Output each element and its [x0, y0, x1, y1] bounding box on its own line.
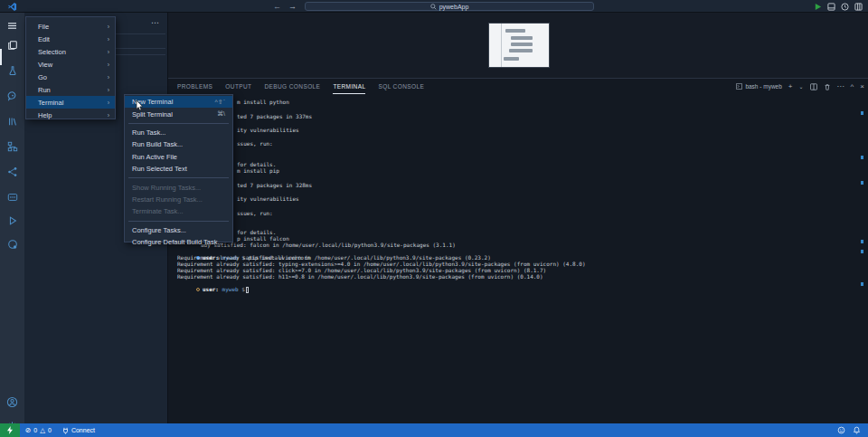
run-play-icon[interactable] [814, 3, 822, 11]
split-terminal-icon[interactable] [810, 83, 817, 90]
terminal-line: p install falcon [237, 235, 289, 242]
submenu-item-configure-default-build-task[interactable]: Configure Default Build Task... [125, 236, 232, 248]
doc-line [505, 29, 525, 33]
command-pending-circle-icon [196, 288, 200, 291]
submenu-item-run-active-file[interactable]: Run Active File [125, 151, 232, 163]
doc-line [511, 43, 533, 46]
warning-icon: △ [40, 427, 45, 434]
terminal-dropdown-icon[interactable]: ⌄ [799, 84, 804, 90]
panel-close-icon[interactable]: × [860, 83, 864, 90]
terminal-line: ted 7 packages in 328ms [237, 182, 312, 188]
library-icon[interactable] [0, 112, 24, 130]
new-terminal-icon[interactable]: + [788, 83, 793, 90]
menu-item-go[interactable]: Go› [26, 71, 115, 83]
status-bar: ⊘ 0 △ 0 Connect [0, 423, 868, 437]
structure-icon[interactable] [0, 138, 24, 156]
terminal-line: ity vulnerabilities [237, 127, 299, 133]
remote-indicator[interactable] [0, 423, 20, 437]
terminal-icon [736, 83, 742, 90]
doc-column-divider [501, 24, 502, 67]
submenu-arrow-icon: › [108, 24, 109, 30]
split-layout-icon[interactable] [854, 3, 863, 11]
overview-ruler-mark [861, 156, 863, 159]
terminal-line: ted 7 packages in 337ms [237, 113, 312, 119]
menu-item-edit[interactable]: Edit› [26, 33, 115, 45]
submenu-arrow-icon: › [108, 112, 109, 119]
feedback-icon[interactable] [837, 426, 845, 434]
menu-separator [128, 123, 229, 124]
overview-ruler-mark [861, 111, 863, 115]
menu-item-help[interactable]: Help› [26, 109, 115, 121]
terminal-line: m install python [237, 99, 289, 105]
terminal-line: Requirement already satisfied: h11>=0.8 … [177, 273, 543, 280]
submenu-item-run-selected-text[interactable]: Run Selected Text [125, 163, 232, 175]
menu-item-run[interactable]: Run› [26, 83, 115, 96]
chat-icon[interactable] [0, 87, 24, 105]
remote-bolt-icon [6, 426, 14, 434]
clock-icon[interactable] [841, 3, 849, 11]
panel-more-icon[interactable]: ⋯ [837, 83, 844, 90]
sidebar-divider [115, 33, 165, 34]
menu-item-selection[interactable]: Selection› [26, 45, 115, 58]
command-center-search[interactable]: pywebApp [305, 2, 594, 11]
sidebar-divider [115, 48, 165, 49]
overview-ruler-mark [861, 250, 863, 253]
more-actions-icon[interactable]: ⋯ [151, 18, 160, 27]
terminal-line: ssues, run: [237, 140, 273, 147]
panel-maximize-icon[interactable]: ^ [851, 83, 854, 90]
nav-forward-icon[interactable]: → [288, 2, 297, 11]
menu-item-file[interactable]: File› [26, 20, 115, 33]
bottom-panel: PROBLEMS OUTPUT DEBUG CONSOLE TERMINAL S… [168, 78, 868, 423]
account-icon[interactable] [0, 393, 24, 411]
terminal-line: ssues, run: [237, 210, 273, 216]
submenu-arrow-icon: › [108, 36, 109, 43]
submenu-item-run-task[interactable]: Run Task... [125, 127, 232, 138]
submenu-item-run-build-task[interactable]: Run Build Task... [125, 138, 232, 150]
submenu-arrow-icon: › [108, 74, 109, 81]
submenu-item-restart-running-task: Restart Running Task... [125, 194, 232, 205]
sync-icon[interactable] [0, 235, 24, 253]
submenu-arrow-icon: › [108, 62, 109, 68]
notifications-bell-icon[interactable] [853, 426, 861, 434]
terminal-line: ity vulnerabilities [237, 195, 299, 202]
search-value: pywebApp [439, 4, 469, 10]
editor-area [168, 13, 868, 78]
testing-flask-icon[interactable] [0, 62, 24, 80]
terminal-submenu: New Terminal^⇧` Split Terminal⌘\ Run Tas… [124, 94, 233, 242]
tab-output[interactable]: OUTPUT [225, 79, 251, 94]
terminal-instance-label[interactable]: bash - myweb [736, 83, 781, 90]
doc-line [504, 57, 519, 61]
menu-item-terminal[interactable]: Terminal› [26, 96, 115, 109]
tab-problems[interactable]: PROBLEMS [177, 79, 212, 94]
run-outline-icon[interactable] [0, 212, 24, 230]
menu-icon[interactable] [0, 16, 24, 34]
menu-item-view[interactable]: View› [26, 58, 115, 71]
submenu-item-show-running-tasks: Show Running Tasks... [125, 181, 232, 193]
api-icon[interactable] [0, 188, 24, 206]
nav-back-icon[interactable]: ← [273, 2, 281, 11]
terminal-output[interactable]: m install python ted 7 packages in 337ms… [168, 94, 868, 424]
graph-share-icon[interactable] [0, 163, 24, 181]
kill-terminal-trash-icon[interactable] [824, 83, 831, 90]
document-preview-image [488, 23, 550, 68]
activity-bar [0, 13, 24, 423]
overview-ruler-mark [861, 181, 863, 185]
shortcut-label: ⌘\ [217, 110, 225, 118]
tab-terminal[interactable]: TERMINAL [333, 79, 365, 94]
error-icon: ⊘ [25, 427, 31, 434]
title-bar: ← → pywebApp [0, 0, 868, 13]
tab-debug-console[interactable]: DEBUG CONSOLE [264, 79, 320, 94]
problems-status[interactable]: ⊘ 0 △ 0 [20, 423, 57, 437]
terminal-line: Requirement already satisfied: typing-ex… [177, 261, 586, 267]
tab-sql-console[interactable]: SQL CONSOLE [378, 79, 424, 94]
panel-layout-icon[interactable] [827, 3, 835, 11]
shortcut-label: ^⇧` [215, 99, 225, 106]
doc-line [509, 49, 533, 52]
menu-separator [128, 177, 229, 178]
submenu-item-configure-tasks[interactable]: Configure Tasks... [125, 224, 232, 236]
explorer-icon[interactable] [0, 36, 24, 54]
connect-button[interactable]: Connect [57, 423, 100, 437]
terminal-line: Requirement already satisfied: click>=7.… [177, 267, 546, 273]
submenu-item-terminate-task: Terminate Task... [125, 205, 232, 217]
overview-ruler-mark [861, 240, 863, 243]
